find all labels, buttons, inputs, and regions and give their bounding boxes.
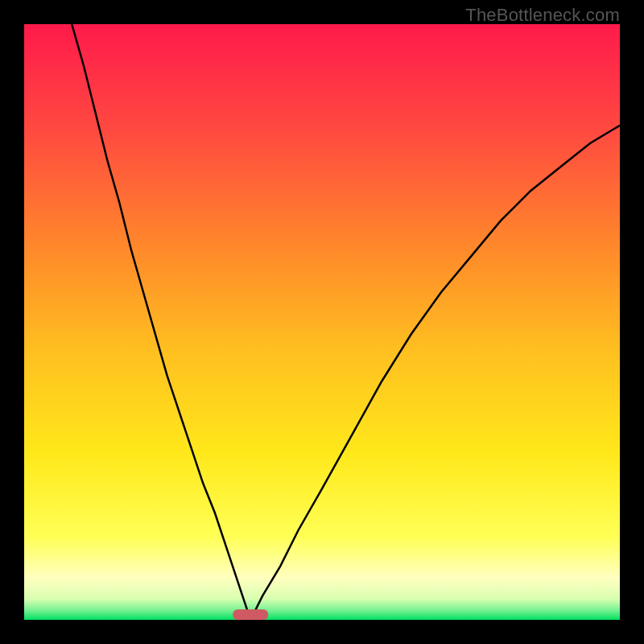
- gradient-background: [24, 24, 620, 620]
- watermark-text: TheBottleneck.com: [465, 5, 620, 26]
- chart-frame: TheBottleneck.com: [0, 0, 644, 644]
- plot-svg: [24, 24, 620, 620]
- plot-area: [24, 24, 620, 620]
- minimum-marker: [233, 609, 268, 620]
